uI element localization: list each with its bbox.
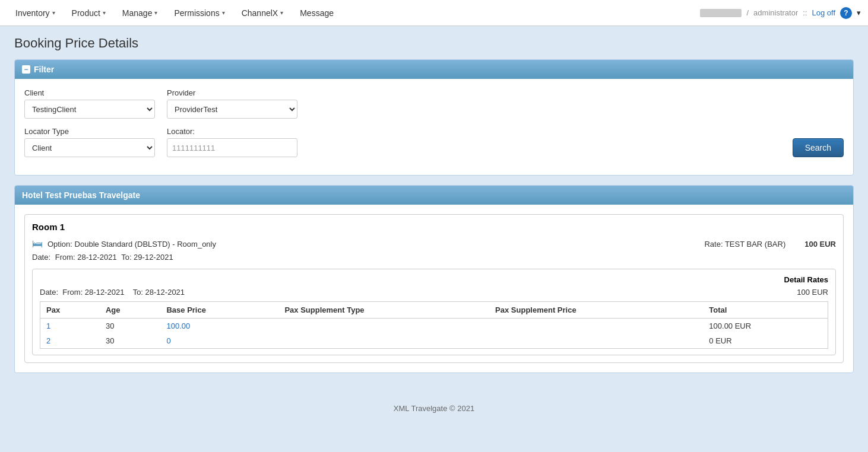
provider-group: Provider ProviderTest [167,88,297,119]
page-title: Booking Price Details [14,36,854,51]
search-button[interactable]: Search [793,138,844,157]
room-title: Room 1 [32,222,836,232]
filter-panel-title: Filter [34,65,54,74]
locator-type-select[interactable]: Client [24,138,155,157]
cell-sup-type [278,333,489,349]
table-header-row: Pax Age Base Price Pax Supplement Type P… [40,302,828,319]
detail-rates-header: Detail Rates [40,275,828,284]
filter-panel-body: Client TestingClient Provider ProviderTe… [15,79,853,175]
collapse-icon[interactable]: − [22,65,30,74]
detail-date-row: Date: From: 28-12-2021 To: 28-12-2021 10… [40,288,828,297]
locator-input[interactable] [167,138,297,157]
locator-label: Locator: [167,127,297,136]
page-content: Booking Price Details − Filter Client Te… [0,26,868,392]
nav-item-channelx[interactable]: ChannelX ▾ [233,0,292,26]
pax-table: Pax Age Base Price Pax Supplement Type P… [40,301,828,349]
filter-row-2: Locator Type Client Locator: Search [24,127,844,157]
nav-item-manage[interactable]: Manage ▾ [114,0,166,26]
nav-item-product[interactable]: Product ▾ [64,0,114,26]
chevron-down-icon: ▾ [154,9,157,16]
cell-sup-price [489,333,703,349]
nav-right: / administrator :: Log off ? ▾ [700,7,861,19]
table-row: 2 30 0 0 EUR [40,333,828,349]
logoff-link[interactable]: Log off [812,8,835,17]
chevron-down-icon: ▾ [280,9,283,16]
username-label: administrator [753,8,798,17]
col-pax: Pax [40,302,100,319]
bed-icon: 🛏 [32,238,43,250]
cell-total: 100.00 EUR [703,319,828,334]
provider-select[interactable]: ProviderTest [167,100,297,119]
cell-base-price: 0 [160,333,278,349]
cell-age: 30 [100,333,161,349]
rate-text: Rate: TEST BAR (BAR) [704,240,785,249]
client-group: Client TestingClient [24,88,155,119]
col-pax-sup-type: Pax Supplement Type [278,302,489,319]
client-select[interactable]: TestingClient [24,100,155,119]
cell-sup-type [278,319,489,334]
option-text: Option: Double Standard (DBLSTD) - Room_… [47,240,216,249]
detail-rates-box: Detail Rates Date: From: 28-12-2021 To: … [32,269,836,355]
col-total: Total [703,302,828,319]
filter-panel: − Filter Client TestingClient Provider P… [14,59,854,176]
nav-item-permissions[interactable]: Permissions ▾ [166,0,233,26]
chevron-down-icon: ▾ [103,9,106,16]
provider-label: Provider [167,88,297,97]
navbar: Inventory ▾ Product ▾ Manage ▾ Permissio… [0,0,868,26]
user-dropdown-arrow[interactable]: ▾ [857,8,861,17]
detail-date-text: Date: From: 28-12-2021 To: 28-12-2021 [40,288,185,297]
filter-row-1: Client TestingClient Provider ProviderTe… [24,88,844,119]
client-label: Client [24,88,155,97]
locator-type-group: Locator Type Client [24,127,155,157]
room-box: Room 1 🛏 Option: Double Standard (DBLSTD… [24,214,844,363]
footer: XML Travelgate © 2021 [0,392,868,425]
cell-base-price: 100.00 [160,319,278,334]
room-option-row: 🛏 Option: Double Standard (DBLSTD) - Roo… [32,238,836,250]
col-pax-sup-price: Pax Supplement Price [489,302,703,319]
cell-pax: 2 [40,333,100,349]
room-price: 100 EUR [804,240,836,249]
chevron-down-icon: ▾ [222,9,225,16]
col-base-price: Base Price [160,302,278,319]
nav-menu: Inventory ▾ Product ▾ Manage ▾ Permissio… [7,0,700,26]
cell-age: 30 [100,319,161,334]
chevron-down-icon: ▾ [52,9,55,16]
detail-price: 100 EUR [797,288,828,297]
locator-group: Locator: [167,127,297,157]
cell-pax: 1 [40,319,100,334]
help-icon[interactable]: ? [840,7,852,19]
locator-type-label: Locator Type [24,127,155,136]
table-row: 1 30 100.00 100.00 EUR [40,319,828,334]
cell-sup-price [489,319,703,334]
footer-text: XML Travelgate © 2021 [394,404,474,413]
cell-total: 0 EUR [703,333,828,349]
filter-panel-header: − Filter [15,60,853,79]
hotel-panel-body: Room 1 🛏 Option: Double Standard (DBLSTD… [15,205,853,373]
nav-item-inventory[interactable]: Inventory ▾ [7,0,64,26]
hotel-panel: Hotel Test Pruebas Travelgate Room 1 🛏 O… [14,185,854,373]
nav-item-message[interactable]: Message [292,0,342,26]
username-blurred [700,9,742,17]
col-age: Age [100,302,161,319]
date-row: Date: From: 28-12-2021 To: 29-12-2021 [32,253,836,262]
hotel-panel-header: Hotel Test Pruebas Travelgate [15,186,853,205]
